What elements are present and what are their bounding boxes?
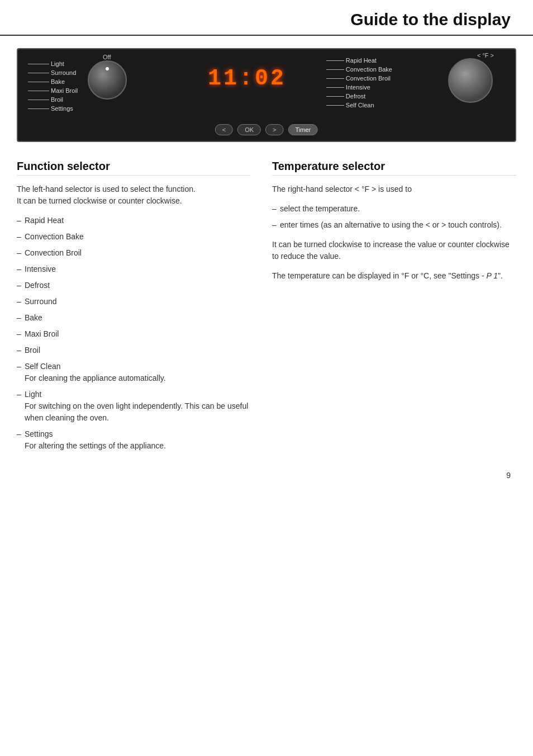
left-label-broil: Broil [28,96,78,103]
right-label-convection-broil: Convection Broil [326,75,392,82]
left-labels: Light Surround Bake Maxi Broil Broil Set… [28,60,78,112]
temp-para3: The temperature can be displayed in °F o… [272,270,516,282]
list-item: Convection Bake [17,231,250,243]
function-selector-section: Function selector The left-hand selector… [17,160,266,456]
right-label-convection-bake: Convection Bake [326,66,392,73]
function-selector-title: Function selector [17,160,250,176]
right-label-rapid-heat: Rapid Heat [326,57,392,64]
function-list: Rapid Heat Convection Bake Convection Br… [17,215,250,452]
list-item: enter times (as an alternative to using … [272,219,516,231]
list-item-self-clean: Self Clean For cleaning the appliance au… [17,361,250,384]
right-label-intensive: Intensive [326,84,392,91]
function-selector-intro: The left-hand selector is used to select… [17,183,250,207]
list-item-settings: Settings For altering the settings of th… [17,428,250,452]
function-knob[interactable] [88,60,127,100]
display-digits: 11:02 [208,66,286,91]
btn-timer[interactable]: Timer [288,124,318,135]
list-item: Surround [17,296,250,308]
page-title: Guide to the display [22,10,511,29]
left-label-surround: Surround [28,69,78,76]
main-content: Function selector The left-hand selector… [0,154,533,473]
left-label-settings: Settings [28,105,78,112]
left-label-maxi-broil: Maxi Broil [28,87,78,94]
list-item: Defrost [17,280,250,291]
btn-greater[interactable]: > [265,124,283,135]
knob-dot [106,67,109,70]
list-item: Convection Broil [17,247,250,259]
left-label-light: Light [28,60,78,67]
display-diagram: Off Light Surround Bake Maxi Broil Broil… [17,48,516,142]
list-item: Intensive [17,263,250,275]
right-label-self-clean: Self Clean [326,102,392,108]
btn-ok[interactable]: OK [237,124,261,135]
list-item: select the temperature. [272,203,516,215]
right-labels: Rapid Heat Convection Bake Convection Br… [326,57,392,108]
list-item: Rapid Heat [17,215,250,226]
temp-para2: It can be turned clockwise to increase t… [272,239,516,262]
right-label-defrost: Defrost [326,93,392,100]
temperature-knob[interactable] [448,58,493,103]
page-header: Guide to the display [0,0,533,36]
list-item: Broil [17,344,250,356]
bottom-buttons: < OK > Timer [215,124,318,135]
list-item: Bake [17,312,250,324]
temp-list: select the temperature. enter times (as … [272,203,516,231]
temperature-selector-section: Temperature selector The right-hand sele… [266,160,516,456]
list-item-light: Light For switching on the oven light in… [17,389,250,424]
off-label: Off [103,54,111,60]
page-number: 9 [506,471,511,480]
list-item: Maxi Broil [17,328,250,340]
temp-selector-label: < °F > [477,52,494,59]
left-label-bake: Bake [28,78,78,85]
temperature-selector-title: Temperature selector [272,160,516,176]
temp-intro: The right-hand selector < °F > is used t… [272,183,516,195]
btn-less[interactable]: < [215,124,233,135]
